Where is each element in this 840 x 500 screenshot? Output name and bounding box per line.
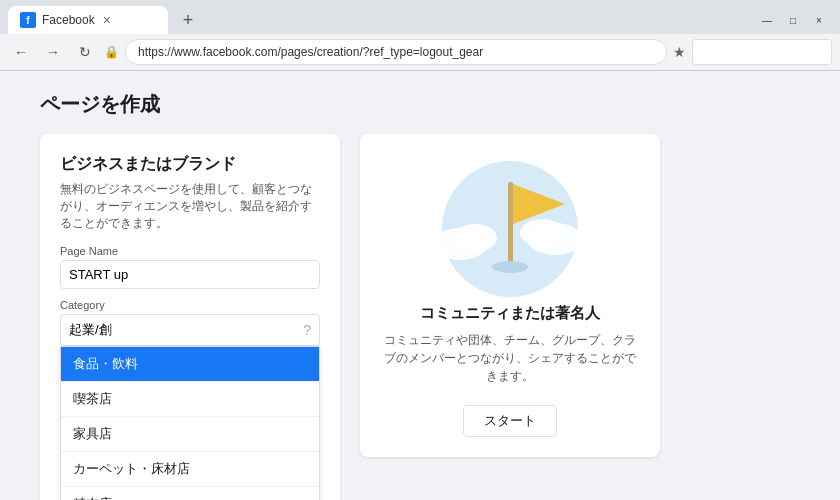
right-card-title: コミュニティまたは著名人 — [420, 304, 600, 323]
community-card: コミュニティまたは著名人 コミュニティや団体、チーム、グループ、クラブのメンバー… — [360, 134, 660, 457]
active-tab[interactable]: f Facebook × — [8, 6, 168, 34]
flag-illustration — [420, 154, 600, 304]
refresh-button[interactable]: ↻ — [72, 39, 98, 65]
svg-point-2 — [453, 224, 497, 252]
tab-favicon: f — [20, 12, 36, 28]
new-tab-button[interactable]: + — [176, 8, 200, 32]
category-help-icon[interactable]: ? — [303, 322, 311, 338]
dropdown-item-food[interactable]: 食品・飲料 — [61, 347, 319, 382]
svg-point-4 — [520, 219, 564, 247]
start-button[interactable]: スタート — [463, 405, 557, 437]
tab-bar: f Facebook × + — □ × — [0, 0, 840, 34]
address-input[interactable] — [125, 39, 667, 65]
close-button[interactable]: × — [810, 11, 828, 29]
tab-label: Facebook — [42, 13, 95, 27]
svg-rect-5 — [508, 182, 513, 267]
page-title: ページを作成 — [40, 91, 800, 118]
lock-icon: 🔒 — [104, 45, 119, 59]
dropdown-item-cafe[interactable]: 喫茶店 — [61, 382, 319, 417]
address-bar-row: ← → ↻ 🔒 ★ — [0, 34, 840, 70]
back-button[interactable]: ← — [8, 39, 34, 65]
category-value: 起業/創 — [69, 321, 112, 339]
tab-close-button[interactable]: × — [103, 12, 111, 28]
window-controls: — □ × — [758, 11, 832, 29]
card-description: 無料のビジネスページを使用して、顧客とつながり、オーディエンスを増やし、製品を紹… — [60, 181, 320, 231]
category-dropdown: 食品・飲料 喫茶店 家具店 カーペット・床材店 精肉店 朝食・ブランチ専門店 書… — [60, 346, 320, 500]
restore-button[interactable]: □ — [784, 11, 802, 29]
browser-search-box[interactable] — [692, 39, 832, 65]
category-field[interactable]: 起業/創 ? — [60, 314, 320, 346]
dropdown-item-furniture[interactable]: 家具店 — [61, 417, 319, 452]
forward-button[interactable]: → — [40, 39, 66, 65]
category-label: Category — [60, 299, 320, 311]
svg-point-7 — [492, 261, 528, 273]
browser-chrome: f Facebook × + — □ × ← → ↻ 🔒 ★ — [0, 0, 840, 71]
dropdown-item-carpet[interactable]: カーペット・床材店 — [61, 452, 319, 487]
minimize-button[interactable]: — — [758, 11, 776, 29]
page-name-label: Page Name — [60, 245, 320, 257]
right-card-desc: コミュニティや団体、チーム、グループ、クラブのメンバーとつながり、シェアすること… — [380, 331, 640, 385]
bookmark-icon[interactable]: ★ — [673, 44, 686, 60]
cards-container: ビジネスまたはブランド 無料のビジネスページを使用して、顧客とつながり、オーディ… — [40, 134, 800, 500]
business-brand-card: ビジネスまたはブランド 無料のビジネスページを使用して、顧客とつながり、オーディ… — [40, 134, 340, 500]
dropdown-item-butcher[interactable]: 精肉店 — [61, 487, 319, 500]
page-name-input[interactable] — [60, 260, 320, 289]
page-content: ページを作成 ビジネスまたはブランド 無料のビジネスページを使用して、顧客とつな… — [0, 71, 840, 500]
card-title: ビジネスまたはブランド — [60, 154, 320, 175]
